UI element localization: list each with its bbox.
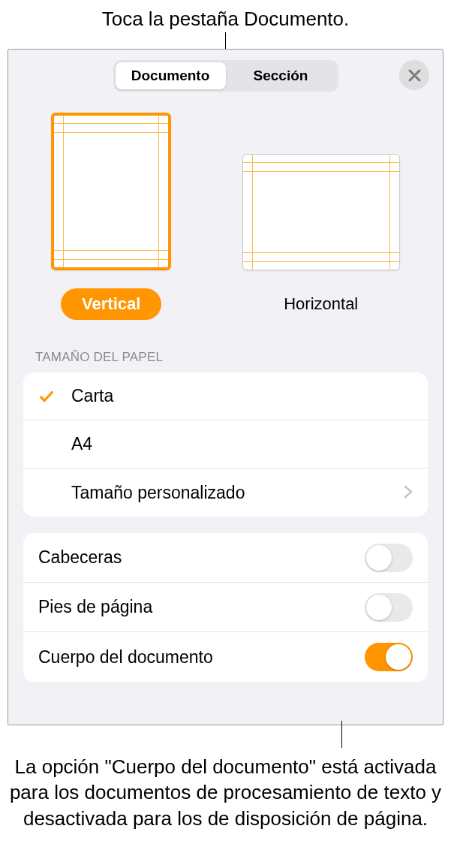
landscape-preview <box>242 154 400 270</box>
toggle-label: Pies de página <box>38 597 152 617</box>
paper-size-label: Carta <box>71 386 113 406</box>
document-body-switch[interactable] <box>365 643 413 671</box>
paper-size-list: Carta A4 Tamaño personalizado <box>23 372 428 517</box>
close-icon <box>408 69 421 82</box>
paper-size-label: Tamaño personalizado <box>71 483 245 503</box>
vertical-label: Vertical <box>61 288 161 320</box>
toggle-group: Cabeceras Pies de página Cuerpo del docu… <box>23 533 428 682</box>
tab-documento[interactable]: Documento <box>116 62 226 89</box>
paper-size-custom[interactable]: Tamaño personalizado <box>23 469 428 517</box>
orientation-row: Vertical Horizontal <box>8 102 443 327</box>
orientation-vertical[interactable]: Vertical <box>51 113 171 320</box>
headers-switch[interactable] <box>365 544 413 572</box>
paper-size-label: A4 <box>71 434 92 454</box>
toggle-row-headers: Cabeceras <box>23 533 428 583</box>
panel-header: Documento Sección <box>8 50 443 102</box>
toggle-label: Cabeceras <box>38 547 122 568</box>
paper-size-header: TAMAÑO DEL PAPEL <box>8 327 443 372</box>
toggle-row-footers: Pies de página <box>23 583 428 632</box>
callout-bottom-text: La opción "Cuerpo del documento" está ac… <box>0 748 451 831</box>
callout-top-text: Toca la pestaña Documento. <box>0 0 451 32</box>
paper-size-letter[interactable]: Carta <box>23 372 428 420</box>
orientation-horizontal[interactable]: Horizontal <box>242 154 400 320</box>
document-options-panel: Documento Sección Vertical <box>8 49 443 725</box>
chevron-right-icon <box>404 483 413 503</box>
close-button[interactable] <box>399 60 429 90</box>
callout-line <box>341 721 342 748</box>
tab-segmented-control: Documento Sección <box>113 60 338 92</box>
toggle-row-body: Cuerpo del documento <box>23 632 428 682</box>
tab-seccion[interactable]: Sección <box>226 62 336 89</box>
portrait-preview <box>51 113 171 270</box>
callout-line <box>225 32 226 49</box>
check-icon <box>38 388 55 405</box>
toggle-label: Cuerpo del documento <box>38 647 213 668</box>
horizontal-label: Horizontal <box>263 288 379 320</box>
paper-size-a4[interactable]: A4 <box>23 420 428 469</box>
footers-switch[interactable] <box>365 593 413 622</box>
